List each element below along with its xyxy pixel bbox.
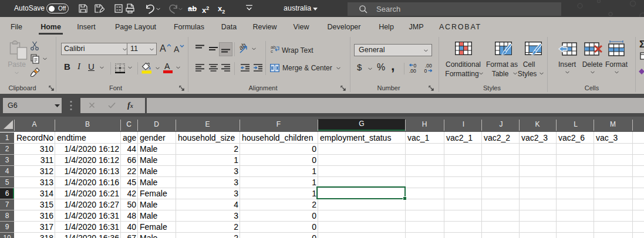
svg-text:0: 0 (424, 68, 427, 73)
svg-text:.00: .00 (409, 68, 416, 73)
svg-text:c: c (271, 49, 273, 53)
